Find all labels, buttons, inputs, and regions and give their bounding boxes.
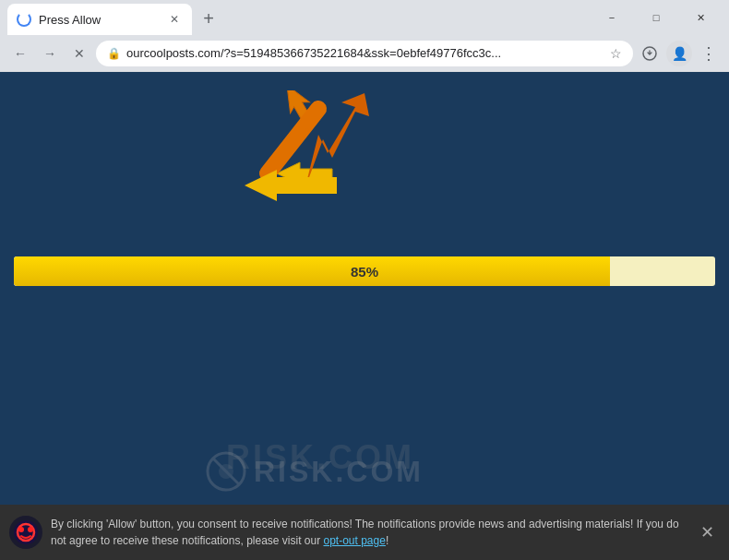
svg-marker-3 xyxy=(295,109,318,146)
page-content: 85% RISK.COM RISK.COM xyxy=(0,72,729,560)
notification-site-icon xyxy=(9,516,42,549)
svg-point-15 xyxy=(18,527,24,532)
lock-icon: 🔒 xyxy=(107,47,121,60)
directional-arrows xyxy=(235,89,383,218)
download-icon[interactable] xyxy=(637,41,663,66)
address-bar: ← → ✕ 🔒 ourcoolposts.com/?s=519485366735… xyxy=(0,35,729,72)
window-close-button[interactable]: ✕ xyxy=(679,4,722,31)
forward-button[interactable]: → xyxy=(37,41,63,66)
notification-text: By clicking 'Allow' button, you consent … xyxy=(51,516,692,549)
forward-icon: → xyxy=(43,46,56,61)
tab-close-button[interactable]: ✕ xyxy=(166,11,183,28)
tab-bar: Press Allow ✕ + − □ ✕ xyxy=(0,0,729,35)
back-icon: ← xyxy=(14,46,27,61)
watermark: RISK.COM xyxy=(226,427,503,486)
tab-title: Press Allow xyxy=(39,13,159,27)
reload-button[interactable]: ✕ xyxy=(66,41,92,66)
chrome-window: Press Allow ✕ + − □ ✕ ← → ✕ 🔒 ourcoolpos… xyxy=(0,0,729,560)
arrow-indicators xyxy=(221,90,406,232)
svg-point-11 xyxy=(219,464,233,479)
maximize-button[interactable]: □ xyxy=(635,4,677,31)
menu-button[interactable]: ⋮ xyxy=(696,41,722,66)
risk-watermark: RISK.COM xyxy=(0,447,729,497)
bookmark-icon[interactable]: ☆ xyxy=(610,46,622,61)
more-options-icon: ⋮ xyxy=(700,43,717,64)
minimize-button[interactable]: − xyxy=(591,4,633,31)
opt-out-link[interactable]: opt-out page xyxy=(324,534,386,547)
svg-point-9 xyxy=(208,453,245,490)
window-controls: − □ ✕ xyxy=(591,4,722,31)
progress-label: 85% xyxy=(14,256,715,286)
svg-marker-5 xyxy=(245,170,337,201)
profile-icon: 👤 xyxy=(672,46,687,61)
notification-close-button[interactable]: ✕ xyxy=(694,519,720,545)
svg-text:RISK.COM: RISK.COM xyxy=(226,438,414,476)
reload-icon: ✕ xyxy=(74,46,85,61)
profile-button[interactable]: 👤 xyxy=(666,41,692,66)
orange-arrow-up xyxy=(240,90,351,205)
svg-point-16 xyxy=(28,527,33,532)
new-tab-button[interactable]: + xyxy=(196,6,221,31)
svg-text:RISK.COM: RISK.COM xyxy=(254,455,424,488)
svg-marker-2 xyxy=(277,162,332,185)
back-button[interactable]: ← xyxy=(7,41,33,66)
url-bar[interactable]: 🔒 ourcoolposts.com/?s=519485366735221684… xyxy=(96,41,633,66)
progress-bar-container: 85% xyxy=(14,256,715,286)
svg-marker-4 xyxy=(305,93,369,190)
tab-spinner xyxy=(17,12,31,27)
svg-line-10 xyxy=(213,459,239,484)
active-tab[interactable]: Press Allow ✕ xyxy=(7,4,192,35)
url-text: ourcoolposts.com/?s=519485366735221684&s… xyxy=(126,46,604,60)
svg-marker-1 xyxy=(278,90,319,129)
notification-banner: By clicking 'Allow' button, you consent … xyxy=(0,505,729,560)
